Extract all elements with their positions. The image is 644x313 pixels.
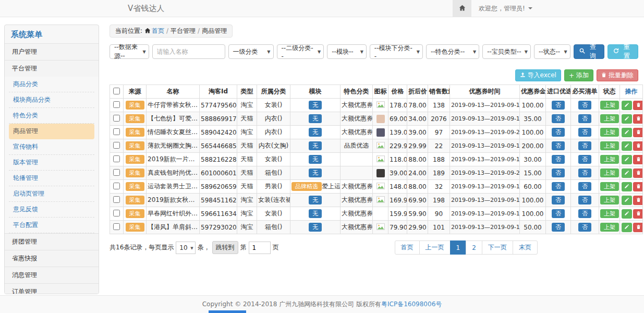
import-select-badge[interactable]: 否 (552, 209, 565, 219)
must-buy-badge[interactable]: 否 (578, 196, 591, 205)
module-subcategory-select[interactable]: --模块下分类--▼ (370, 44, 423, 59)
page-button[interactable]: 上一页 (419, 240, 451, 255)
edit-button[interactable] (622, 209, 632, 219)
delete-button[interactable] (633, 196, 643, 205)
must-buy-badge[interactable]: 否 (578, 223, 591, 232)
sidebar-item[interactable]: 订单管理 (5, 283, 99, 294)
must-buy-badge[interactable]: 否 (578, 128, 591, 137)
search-button[interactable]: 查询 (574, 44, 604, 59)
import-select-badge[interactable]: 否 (552, 182, 565, 191)
status-badge[interactable]: 上架 (600, 223, 619, 232)
sidebar-item[interactable]: 平台配置 (9, 218, 94, 233)
import-select-badge[interactable]: 否 (552, 196, 565, 205)
sidebar-item[interactable]: 商品管理 (9, 124, 94, 139)
sidebar-item[interactable]: 用户管理 (5, 43, 99, 60)
sidebar-item[interactable]: 特色分类 (9, 108, 94, 124)
delete-button[interactable] (633, 223, 643, 232)
must-buy-badge[interactable]: 否 (578, 155, 591, 164)
batch-delete-button[interactable]: 批量删除 (597, 69, 638, 81)
status-badge[interactable]: 上架 (600, 182, 619, 191)
delete-button[interactable] (633, 101, 643, 110)
must-buy-badge[interactable]: 否 (578, 114, 591, 124)
page-button[interactable]: 末页 (513, 240, 538, 255)
sidebar-item[interactable]: 版本管理 (9, 155, 94, 171)
item-type-select[interactable]: --宝贝类型--▼ (482, 44, 531, 59)
icp-link[interactable]: 粤ICP备16098006号 (381, 300, 442, 309)
user-menu[interactable]: 欢迎您，管理员! (471, 0, 540, 17)
must-buy-badge[interactable]: 否 (578, 182, 591, 191)
edit-button[interactable] (622, 196, 632, 205)
import-select-badge[interactable]: 否 (552, 101, 565, 110)
page-button[interactable]: 2 (466, 240, 482, 255)
import-excel-button[interactable]: 导入excel (515, 69, 561, 81)
sidebar-item[interactable]: 轮播管理 (9, 171, 94, 186)
row-checkbox[interactable] (113, 210, 120, 216)
import-select-badge[interactable]: 否 (552, 141, 565, 151)
must-buy-badge[interactable]: 否 (578, 168, 591, 178)
sidebar-item[interactable]: 省惠快报 (5, 250, 99, 267)
import-select-badge[interactable]: 否 (552, 155, 565, 164)
delete-button[interactable] (633, 141, 643, 151)
import-select-badge[interactable]: 否 (552, 128, 565, 137)
sidebar-item[interactable]: 启动页管理 (9, 186, 94, 202)
must-buy-badge[interactable]: 否 (578, 101, 591, 110)
name-input[interactable] (152, 44, 225, 59)
delete-button[interactable] (633, 182, 643, 191)
sidebar-item[interactable]: 拼团管理 (5, 233, 99, 250)
sidebar-item[interactable]: 消息管理 (5, 267, 99, 283)
status-badge[interactable]: 上架 (600, 168, 619, 178)
delete-button[interactable] (633, 209, 643, 219)
import-select-badge[interactable]: 否 (552, 114, 565, 124)
edit-button[interactable] (622, 155, 632, 164)
row-checkbox[interactable] (113, 115, 120, 122)
must-buy-badge[interactable]: 否 (578, 209, 591, 219)
sidebar-item[interactable]: 平台管理 (5, 60, 99, 77)
horizontal-scrollbar-thumb[interactable] (209, 310, 246, 313)
status-badge[interactable]: 上架 (600, 141, 619, 151)
data-source-select[interactable]: --数据来源--▼ (110, 44, 149, 59)
level2-category-select[interactable]: --二级分类--▼ (277, 44, 324, 59)
row-checkbox[interactable] (113, 101, 120, 108)
import-select-badge[interactable]: 否 (552, 168, 565, 178)
edit-button[interactable] (622, 128, 632, 137)
add-button[interactable]: + 添加 (564, 69, 593, 81)
edit-button[interactable] (622, 223, 632, 232)
jump-to-button[interactable]: 跳转到 (212, 241, 238, 254)
page-button[interactable]: 下一页 (482, 240, 513, 255)
row-checkbox[interactable] (113, 223, 120, 230)
delete-button[interactable] (633, 114, 643, 124)
edit-button[interactable] (622, 101, 632, 110)
home-button[interactable] (453, 0, 471, 17)
page-number-input[interactable] (249, 242, 271, 254)
row-checkbox[interactable] (113, 169, 120, 176)
edit-button[interactable] (622, 182, 632, 191)
edit-button[interactable] (622, 141, 632, 151)
status-badge[interactable]: 上架 (600, 155, 619, 164)
breadcrumb-home-link[interactable]: 首页 (152, 27, 164, 34)
delete-button[interactable] (633, 128, 643, 137)
status-badge[interactable]: 上架 (600, 209, 619, 219)
sidebar-item[interactable]: 意见反馈 (9, 202, 94, 218)
reset-button[interactable]: 重置 (607, 44, 638, 59)
import-select-badge[interactable]: 否 (552, 223, 565, 232)
status-badge[interactable]: 上架 (600, 114, 619, 124)
row-checkbox[interactable] (113, 196, 120, 203)
per-page-select[interactable]: 10 ▼ (176, 242, 195, 254)
edit-button[interactable] (622, 168, 632, 178)
level1-category-select[interactable]: 一级分类▼ (228, 44, 274, 59)
module-select[interactable]: --模块--▼ (327, 44, 367, 59)
sidebar-item[interactable]: 模块商品分类 (9, 92, 94, 108)
row-checkbox[interactable] (113, 128, 120, 135)
status-badge[interactable]: 上架 (600, 101, 619, 110)
status-badge[interactable]: 上架 (600, 196, 619, 205)
feature-category-select[interactable]: --特色分类--▼ (426, 44, 479, 59)
delete-button[interactable] (633, 155, 643, 164)
edit-button[interactable] (622, 114, 632, 124)
must-buy-badge[interactable]: 否 (578, 141, 591, 151)
page-button[interactable]: 1 (450, 240, 467, 255)
sidebar-item[interactable]: 宣传物料 (9, 139, 94, 155)
row-checkbox[interactable] (113, 142, 120, 149)
status-select[interactable]: --状态--▼ (534, 44, 570, 59)
page-button[interactable]: 首页 (395, 240, 420, 255)
status-badge[interactable]: 上架 (600, 128, 619, 137)
